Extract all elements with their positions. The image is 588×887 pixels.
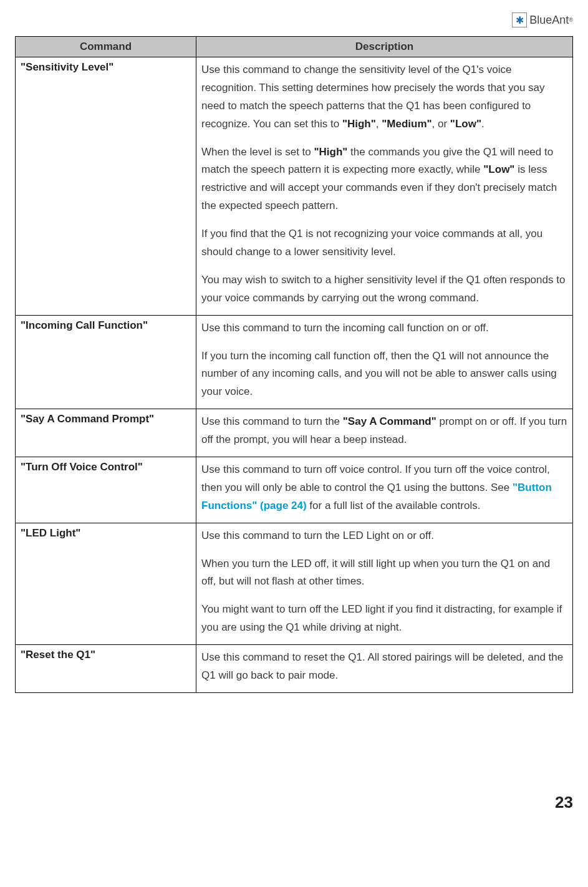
description-cell: Use this command to change the sensitivi…: [196, 57, 573, 316]
text: If you turn the incoming call function o…: [201, 347, 567, 402]
bold-text: "Medium": [382, 118, 431, 130]
text: Use this command to reset the Q1. All st…: [201, 649, 567, 685]
table-row: "Sensitivity Level" Use this command to …: [16, 57, 573, 316]
text: You might want to turn off the LED light…: [201, 601, 567, 637]
description-cell: Use this command to turn the "Say A Comm…: [196, 409, 573, 457]
registered-mark: ®: [569, 17, 573, 23]
description-cell: Use this command to turn off voice contr…: [196, 457, 573, 523]
text: , or: [432, 118, 450, 130]
brand-name: BlueAnt: [529, 14, 569, 27]
command-cell: "Turn Off Voice Control": [16, 457, 196, 523]
command-cell: "Sensitivity Level": [16, 57, 196, 316]
table-row: "Incoming Call Function" Use this comman…: [16, 315, 573, 409]
header-command: Command: [16, 37, 196, 57]
bold-text: "Low": [483, 163, 514, 175]
text: Use this command to turn off voice contr…: [201, 463, 550, 493]
text: You may wish to switch to a higher sensi…: [201, 271, 567, 308]
command-cell: "Reset the Q1": [16, 645, 196, 693]
bold-text: "Say A Command": [343, 415, 436, 427]
description-cell: Use this command to turn the LED Light o…: [196, 523, 573, 644]
description-cell: Use this command to reset the Q1. All st…: [196, 645, 573, 693]
text: Use this command to turn the LED Light o…: [201, 527, 567, 545]
command-cell: "LED Light": [16, 523, 196, 644]
text: Use this command to turn the: [201, 415, 343, 427]
text: When you turn the LED off, it will still…: [201, 555, 567, 591]
text: When the level is set to: [201, 146, 314, 158]
text: If you find that the Q1 is not recognizi…: [201, 225, 567, 261]
header-description: Description: [196, 37, 573, 57]
bold-text: "Low": [450, 118, 481, 130]
table-row: "Say A Command Prompt" Use this command …: [16, 409, 573, 457]
text: .: [481, 118, 484, 130]
page-number: 23: [15, 793, 573, 812]
ant-icon: ✱: [512, 12, 527, 27]
command-cell: "Incoming Call Function": [16, 315, 196, 409]
text: Use this command to turn the incoming ca…: [201, 319, 567, 337]
page-header: ✱ BlueAnt®: [15, 12, 573, 27]
table-header-row: Command Description: [16, 37, 573, 57]
text: ,: [376, 118, 382, 130]
commands-table: Command Description "Sensitivity Level" …: [15, 36, 573, 693]
command-cell: "Say A Command Prompt": [16, 409, 196, 457]
text: for a full list of the available control…: [307, 500, 481, 511]
table-row: "Reset the Q1" Use this command to reset…: [16, 645, 573, 693]
bold-text: "High": [314, 146, 347, 158]
table-row: "LED Light" Use this command to turn the…: [16, 523, 573, 644]
description-cell: Use this command to turn the incoming ca…: [196, 315, 573, 409]
bold-text: "High": [342, 118, 376, 130]
table-row: "Turn Off Voice Control" Use this comman…: [16, 457, 573, 523]
